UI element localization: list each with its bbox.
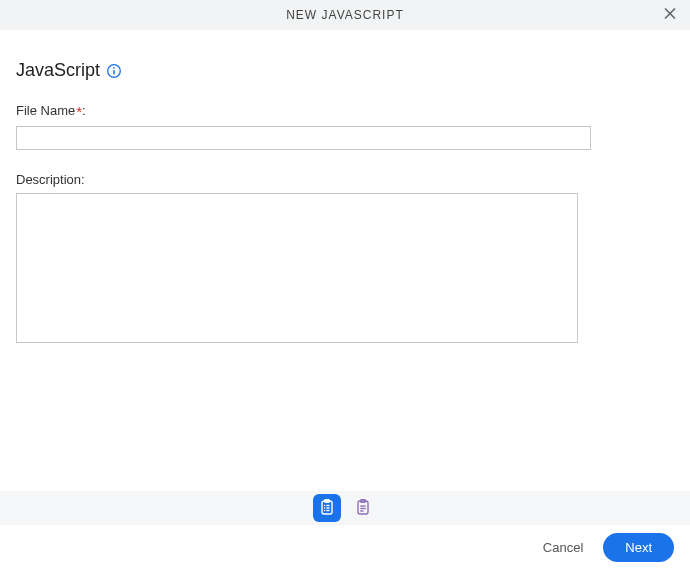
- svg-point-11: [324, 509, 326, 511]
- dialog-footer: Cancel Next: [0, 525, 690, 569]
- svg-rect-13: [358, 501, 368, 514]
- svg-rect-6: [325, 499, 330, 501]
- next-button[interactable]: Next: [603, 533, 674, 562]
- form-view-button[interactable]: [313, 494, 341, 522]
- close-icon: [662, 6, 678, 25]
- svg-point-4: [113, 66, 115, 68]
- filename-input[interactable]: [16, 126, 591, 150]
- filename-label: File Name*:: [16, 103, 674, 120]
- section-title-row: JavaScript: [16, 60, 674, 81]
- description-input[interactable]: [16, 193, 578, 343]
- clipboard-list-icon: [318, 498, 336, 519]
- svg-point-7: [324, 504, 326, 506]
- toolbar-strip: [0, 491, 690, 525]
- svg-point-9: [324, 507, 326, 509]
- cancel-button[interactable]: Cancel: [539, 534, 587, 561]
- dialog-title: NEW JAVASCRIPT: [286, 8, 404, 22]
- clipboard-text-icon: [354, 498, 372, 519]
- description-label: Description:: [16, 172, 674, 187]
- required-indicator: *: [76, 103, 82, 120]
- dialog-header: NEW JAVASCRIPT: [0, 0, 690, 30]
- script-view-button[interactable]: [349, 494, 377, 522]
- section-title: JavaScript: [16, 60, 100, 81]
- dialog-content: JavaScript File Name*: Description:: [0, 30, 690, 359]
- close-button[interactable]: [658, 2, 682, 29]
- info-icon[interactable]: [106, 63, 122, 79]
